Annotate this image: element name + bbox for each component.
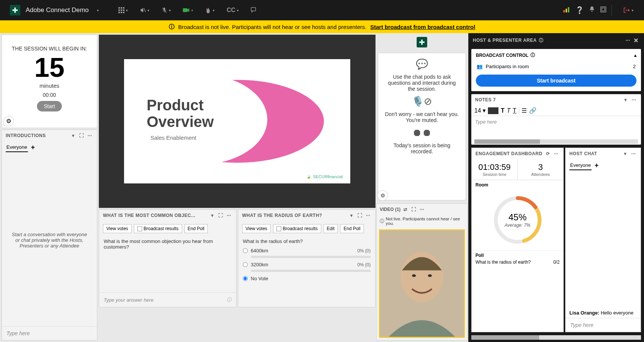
session-time: 01:03:59 [473,162,516,172]
info-icon[interactable]: ⓘ [227,296,232,303]
svg-rect-22 [602,8,605,11]
presentation-slide: ProductOverview Sales Enablement 🍃 SECUR… [124,59,350,183]
camera-button[interactable]: ▾ [179,5,197,15]
pod-title: WHAT IS THE RADIUS OF EARTH? [242,213,322,218]
chat-tab-everyone[interactable]: Everyone [6,143,28,152]
info-icon[interactable]: ⓘ [531,52,535,58]
scrollbar[interactable] [474,139,638,144]
maximize-icon[interactable]: ⛶ [78,132,85,139]
video-notice-text: Not live. Participants cannot hear / see… [386,217,464,226]
maximize-icon[interactable]: ⛶ [410,206,417,213]
gear-icon[interactable]: ⚙ [377,190,388,201]
color-swatch[interactable] [488,107,498,114]
bullet-list-button[interactable]: ☰ [521,107,527,114]
maximize-icon[interactable]: ⛶ [356,212,363,219]
help-icon[interactable]: ❔ [575,6,584,14]
poll-pod-radius: WHAT IS THE RADIUS OF EARTH? ▾ ⛶ ⋯ View … [238,209,376,307]
lobby-logo-icon [417,37,427,47]
bold-button[interactable]: T [501,107,504,114]
view-votes-button[interactable]: View votes [103,224,132,233]
info-icon[interactable]: ⓘ [539,37,544,44]
view-votes-button[interactable]: View votes [242,224,271,233]
poll-option-2[interactable]: 3200km0% (0) [238,260,375,269]
underline-button[interactable]: T [513,107,517,114]
add-tab-icon[interactable]: + [31,144,35,151]
microphone-button[interactable]: ▾ [158,5,175,15]
timer-value: 15 [2,54,97,81]
svg-rect-18 [566,9,567,12]
font-size-select[interactable]: 14 ▾ [474,107,486,114]
scrollbar[interactable] [471,335,641,340]
poll-mini-count: 0/2 [553,260,560,265]
speaker-button[interactable]: ▾ [136,5,153,15]
notifications-icon[interactable] [589,6,595,14]
more-icon[interactable]: ⋯ [553,150,560,157]
collapse-icon[interactable]: ▴ [634,53,636,58]
svg-rect-17 [563,10,565,12]
more-icon[interactable]: ⋯ [630,150,637,157]
refresh-icon[interactable]: ⟳ [544,150,551,157]
hostchat-tab-everyone[interactable]: Everyone [569,161,592,170]
broadcast-control-panel: BROADCAST CONTROL ⓘ ▴ 👥 Participants in … [471,49,641,91]
engagement-ring: 45%Average: 7% [491,194,544,246]
timer-start-button[interactable]: Start [37,101,62,111]
poll-answer-input[interactable]: Type your answer hereⓘ [99,292,236,307]
end-poll-button[interactable]: End Poll [340,224,364,233]
notes-pod: NOTES 7 ▾ ⋯ 14 ▾ T T T ☰ 🔗 Type here [471,94,641,145]
raise-hand-button[interactable]: ▾ [201,5,218,15]
signal-icon[interactable] [563,6,570,14]
introductions-pod: INTRODUCTIONS ▾ ⛶ ⋯ Everyone + Start a c… [2,130,97,340]
chevron-down-icon[interactable]: ▾ [348,212,355,219]
start-broadcast-button[interactable]: Start broadcast [476,75,636,87]
chat-bubble-button[interactable] [247,5,261,15]
hostchat-input[interactable]: Type here [566,318,641,332]
broadcast-results-button[interactable]: Broadcast results [273,224,321,233]
chevron-down-icon[interactable]: ▾ [622,150,629,157]
banner-link[interactable]: Start broadcast from broadcast control [370,24,475,30]
close-icon[interactable]: ✕ [633,37,639,44]
engagement-average: Average: 7% [504,223,531,228]
broadcast-results-button[interactable]: Broadcast results [134,224,182,233]
more-icon[interactable]: ⋯ [225,212,232,219]
lobby-msg-3: Today's session is being recorded. [385,142,459,154]
lobby-msg-2: Don't worry - we can't hear you. You're … [385,111,459,123]
app-title: Adobe Connect Demo [26,6,89,14]
chevron-down-icon[interactable]: ▾ [622,96,629,103]
app-title-dropdown[interactable]: ▾ [93,6,103,15]
link-button[interactable]: 🔗 [529,107,537,114]
more-icon[interactable]: ⋯ [624,37,631,44]
chevron-down-icon[interactable]: ▾ [70,132,77,139]
fullscreen-icon[interactable] [600,6,606,14]
more-icon[interactable]: ⋯ [419,206,425,213]
closed-caption-button[interactable]: CC▾ [223,5,242,16]
svg-rect-9 [121,12,122,13]
poll-question: What is the most common objection you he… [99,236,236,252]
recording-icon: ⏺⏺ [412,127,432,139]
lobby-msg-1: Use the chat pods to ask questions and i… [385,74,459,92]
chat-input[interactable]: Type here [2,326,97,340]
chevron-down-icon[interactable]: ▾ [209,212,216,219]
notes-input[interactable]: Type here [471,116,641,139]
banner-text: Broadcast is not live. Participants will… [178,24,366,30]
layouts-button[interactable]: ▾ [115,5,132,15]
edit-button[interactable]: Edit [324,224,338,233]
poll-pod-objection: WHAT IS THE MOST COMMON OBJEC... ▾ ⛶ ⋯ V… [99,209,236,307]
exit-button[interactable]: ▾ [619,5,637,15]
maximize-icon[interactable]: ⛶ [217,212,224,219]
more-icon[interactable]: ⋯ [365,212,371,219]
video-thumbnail[interactable] [379,229,465,338]
pod-title: VIDEO (1) [380,207,400,212]
pod-title: ENGAGEMENT DASHBOARD [475,151,542,156]
slide-title-2: Overview [147,113,214,130]
end-poll-button[interactable]: End Poll [184,224,208,233]
add-tab-icon[interactable]: + [595,162,599,169]
poll-option-novote[interactable]: No Vote [238,274,375,283]
swap-icon[interactable]: ⇄ [402,206,409,213]
poll-option-1[interactable]: 6400km0% (0) [238,246,375,255]
italic-button[interactable]: T [507,107,511,114]
more-icon[interactable]: ⋯ [86,132,93,139]
more-icon[interactable]: ⋯ [630,96,637,103]
app-logo-icon [10,5,20,15]
countdown-pod: THE SESSION WILL BEGIN IN: 15 minutes 00… [2,35,97,128]
gear-icon[interactable]: ⚙ [3,116,14,126]
